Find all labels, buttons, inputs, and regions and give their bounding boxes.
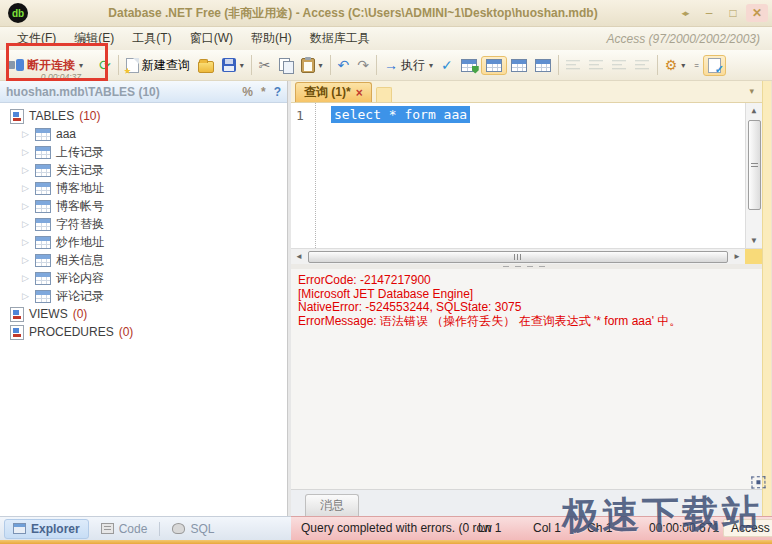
table-icon xyxy=(35,290,51,303)
query-tab[interactable]: 查询 (1)* × xyxy=(295,82,372,102)
expand-icon[interactable]: ▷ xyxy=(22,183,30,193)
filter-buttons: % * ? xyxy=(242,85,281,99)
chevron-down-icon: ▾ xyxy=(79,61,83,70)
sql-text-line[interactable]: select * form aaa xyxy=(331,107,470,122)
scroll-up-icon[interactable]: ▲ xyxy=(747,103,762,118)
filter-question-button[interactable]: ? xyxy=(274,85,281,99)
horizontal-scroll-thumb[interactable] xyxy=(308,251,728,263)
results-splitter[interactable] xyxy=(291,264,762,269)
format-button-2[interactable] xyxy=(585,57,608,73)
save-icon xyxy=(222,58,236,72)
table-shield-button[interactable] xyxy=(457,57,481,74)
explorer-icon xyxy=(13,523,26,534)
tree-group-tables[interactable]: TABLES (10) xyxy=(0,107,287,125)
new-query-button[interactable]: 新建查询 xyxy=(122,55,194,76)
table-icon xyxy=(35,182,51,195)
tab-explorer[interactable]: Explorer xyxy=(4,519,89,539)
settings-button[interactable]: ⚙ ▾ xyxy=(661,55,690,75)
chevron-down-icon: ▾ xyxy=(429,61,433,70)
tab-list-dropdown-icon[interactable]: ▾ xyxy=(749,86,754,96)
new-tab-button[interactable] xyxy=(376,87,392,102)
table-name: 上传记录 xyxy=(56,144,104,161)
expand-icon[interactable]: ▷ xyxy=(22,165,30,175)
procedures-group-label: PROCEDURES xyxy=(29,325,114,339)
expand-icon[interactable]: ▷ xyxy=(22,147,30,157)
table-item[interactable]: ▷ 博客帐号 xyxy=(0,197,287,215)
table-icon xyxy=(35,146,51,159)
vertical-scroll-thumb[interactable] xyxy=(748,120,761,210)
result-grid-button[interactable] xyxy=(481,56,507,75)
expand-icon[interactable]: ▷ xyxy=(22,291,30,301)
selected-sql-text[interactable]: select * form aaa xyxy=(331,106,470,123)
expand-icon[interactable]: ▷ xyxy=(22,237,30,247)
compact-mode-icon[interactable]: ◂▸ xyxy=(674,4,696,22)
messages-tab[interactable]: 消息 xyxy=(305,494,359,516)
expand-icon[interactable]: ▷ xyxy=(22,219,30,229)
table-item[interactable]: ▷ 字符替换 xyxy=(0,215,287,233)
table-item[interactable]: ▷ 上传记录 xyxy=(0,143,287,161)
menu-file[interactable]: 文件(F) xyxy=(8,28,65,49)
table-item[interactable]: ▷ 博客地址 xyxy=(0,179,287,197)
table-item-aaa[interactable]: ▷ aaa xyxy=(0,125,287,143)
filter-asterisk-button[interactable]: * xyxy=(261,85,266,99)
window-title: Database .NET Free (非商业用途) - Access (C:\… xyxy=(32,5,674,22)
table-name: aaa xyxy=(56,127,76,141)
menu-window[interactable]: 窗口(W) xyxy=(181,28,242,49)
filter-percent-button[interactable]: % xyxy=(242,85,253,99)
maximize-button[interactable]: □ xyxy=(722,4,744,22)
syntax-check-button[interactable] xyxy=(703,55,726,76)
indent-button[interactable] xyxy=(608,57,631,73)
tab-code[interactable]: Code xyxy=(93,520,156,538)
menu-db-tools[interactable]: 数据库工具 xyxy=(301,28,379,49)
cut-button[interactable]: ✂ xyxy=(255,55,275,75)
disconnect-button[interactable]: 断开连接 ▾ 0.00:04:37 xyxy=(4,55,95,76)
refresh-button[interactable]: ⟳ xyxy=(95,55,115,75)
menu-edit[interactable]: 编辑(E) xyxy=(65,28,123,49)
table-item[interactable]: ▷ 相关信息 xyxy=(0,251,287,269)
result-file-button[interactable] xyxy=(531,57,555,74)
table-file-icon xyxy=(535,59,551,72)
editor-horizontal-scrollbar[interactable]: ◄ ► xyxy=(291,248,762,264)
execute-button[interactable]: → 执行 ▾ xyxy=(380,55,437,76)
minimize-button[interactable]: – xyxy=(698,4,720,22)
table-item[interactable]: ▷ 评论记录 xyxy=(0,287,287,305)
expand-icon[interactable]: ▷ xyxy=(22,255,30,265)
collapsed-side-panel[interactable] xyxy=(762,81,771,516)
tree-group-views[interactable]: VIEWS (0) xyxy=(0,305,287,323)
expand-icon[interactable]: ▷ xyxy=(22,201,30,211)
menu-tools[interactable]: 工具(T) xyxy=(123,28,180,49)
result-text-button[interactable] xyxy=(507,57,531,74)
table-item[interactable]: ▷ 评论内容 xyxy=(0,269,287,287)
sql-editor[interactable]: 1 select * form aaa ▲ ▼ xyxy=(291,103,762,248)
chevron-down-icon: ▾ xyxy=(319,61,323,70)
editor-vertical-scrollbar[interactable]: ▲ ▼ xyxy=(745,103,762,248)
scissors-icon: ✂ xyxy=(259,57,271,73)
tree-group-procedures[interactable]: PROCEDURES (0) xyxy=(0,323,287,341)
equals-button[interactable]: = xyxy=(689,59,703,72)
expand-icon[interactable]: ▷ xyxy=(22,273,30,283)
undo-button[interactable]: ↶ xyxy=(334,55,354,75)
outdent-button[interactable] xyxy=(631,57,654,73)
format-button-1[interactable] xyxy=(562,57,585,73)
close-button[interactable]: ✕ xyxy=(746,4,768,22)
db-version-label: Access (97/2000/2002/2003) xyxy=(607,32,764,46)
menu-bar: 文件(F) 编辑(E) 工具(T) 窗口(W) 帮助(H) 数据库工具 Acce… xyxy=(0,27,772,50)
redo-button[interactable]: ↷ xyxy=(353,55,373,75)
close-icon[interactable]: × xyxy=(356,86,363,100)
table-icon xyxy=(35,164,51,177)
copy-button[interactable] xyxy=(275,56,297,74)
open-button[interactable] xyxy=(194,56,218,75)
save-button[interactable]: ▾ xyxy=(218,56,248,74)
scroll-left-icon[interactable]: ◄ xyxy=(291,250,307,264)
tab-sql[interactable]: SQL xyxy=(164,520,222,538)
scroll-down-icon[interactable]: ▼ xyxy=(747,233,762,248)
expand-icon[interactable]: ▷ xyxy=(22,129,30,139)
menu-help[interactable]: 帮助(H) xyxy=(242,28,301,49)
validate-button[interactable]: ✓ xyxy=(437,55,457,75)
query-panel: 查询 (1)* × ▾ 1 select * form aaa ▲ ▼ xyxy=(291,81,762,516)
scroll-right-icon[interactable]: ► xyxy=(729,250,745,264)
table-item[interactable]: ▷ 关注记录 xyxy=(0,161,287,179)
paste-button[interactable]: ▾ xyxy=(297,56,327,75)
tables-group-icon xyxy=(10,109,24,124)
table-item[interactable]: ▷ 炒作地址 xyxy=(0,233,287,251)
